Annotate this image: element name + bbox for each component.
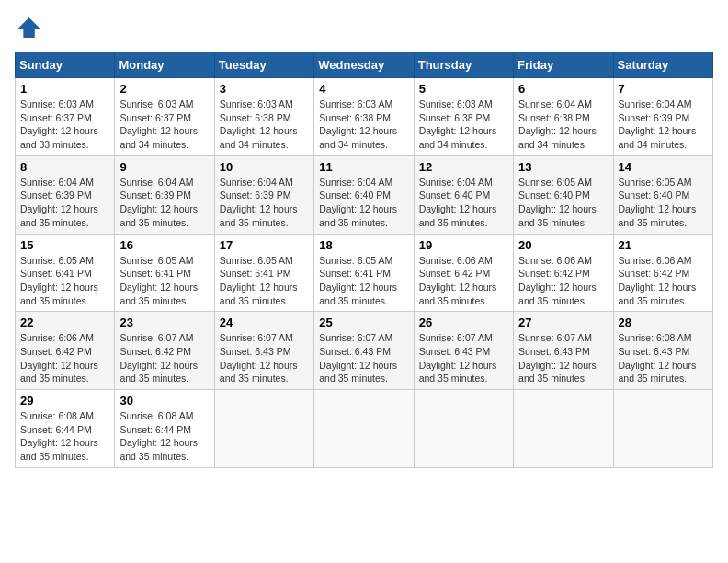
day-info: Sunrise: 6:06 AMSunset: 6:42 PMDaylight:… — [518, 254, 608, 308]
day-number: 14 — [619, 160, 708, 174]
calendar-cell: 30Sunrise: 6:08 AMSunset: 6:44 PMDayligh… — [115, 390, 214, 468]
day-info: Sunrise: 6:04 AMSunset: 6:39 PMDaylight:… — [119, 176, 209, 230]
day-info: Sunrise: 6:05 AMSunset: 6:40 PMDaylight:… — [619, 176, 708, 230]
calendar-week-row: 22Sunrise: 6:06 AMSunset: 6:42 PMDayligh… — [16, 312, 713, 390]
day-info: Sunrise: 6:07 AMSunset: 6:43 PMDaylight:… — [319, 331, 408, 385]
day-number: 3 — [220, 82, 309, 96]
calendar-cell: 13Sunrise: 6:05 AMSunset: 6:40 PMDayligh… — [514, 155, 613, 234]
calendar-cell: 7Sunrise: 6:04 AMSunset: 6:39 PMDaylight… — [613, 78, 712, 156]
day-info: Sunrise: 6:04 AMSunset: 6:38 PMDaylight:… — [518, 98, 608, 152]
day-number: 12 — [419, 160, 508, 174]
day-number: 20 — [518, 238, 608, 252]
day-info: Sunrise: 6:07 AMSunset: 6:43 PMDaylight:… — [518, 331, 608, 385]
day-number: 5 — [419, 82, 508, 96]
day-number: 6 — [518, 82, 608, 96]
day-info: Sunrise: 6:07 AMSunset: 6:43 PMDaylight:… — [220, 331, 309, 385]
day-number: 15 — [20, 238, 109, 252]
weekday-header: Wednesday — [314, 52, 414, 78]
day-info: Sunrise: 6:05 AMSunset: 6:41 PMDaylight:… — [20, 254, 109, 308]
weekday-header: Sunday — [16, 52, 115, 78]
calendar-cell — [214, 390, 313, 468]
day-info: Sunrise: 6:05 AMSunset: 6:41 PMDaylight:… — [119, 254, 209, 308]
calendar-cell — [514, 390, 613, 468]
day-info: Sunrise: 6:05 AMSunset: 6:40 PMDaylight:… — [518, 176, 608, 230]
calendar-cell: 26Sunrise: 6:07 AMSunset: 6:43 PMDayligh… — [414, 312, 513, 390]
calendar-cell: 16Sunrise: 6:05 AMSunset: 6:41 PMDayligh… — [115, 234, 214, 312]
calendar-cell — [613, 390, 712, 468]
calendar-cell: 29Sunrise: 6:08 AMSunset: 6:44 PMDayligh… — [16, 390, 115, 468]
svg-marker-0 — [17, 17, 40, 38]
day-info: Sunrise: 6:04 AMSunset: 6:39 PMDaylight:… — [20, 176, 109, 230]
day-info: Sunrise: 6:04 AMSunset: 6:39 PMDaylight:… — [619, 98, 708, 152]
day-number: 17 — [220, 238, 309, 252]
day-info: Sunrise: 6:05 AMSunset: 6:41 PMDaylight:… — [220, 254, 309, 308]
day-number: 2 — [119, 82, 209, 96]
day-info: Sunrise: 6:06 AMSunset: 6:42 PMDaylight:… — [419, 254, 508, 308]
logo-icon — [15, 15, 40, 40]
day-info: Sunrise: 6:08 AMSunset: 6:44 PMDaylight:… — [20, 409, 109, 464]
day-number: 25 — [319, 316, 408, 329]
calendar-cell: 14Sunrise: 6:05 AMSunset: 6:40 PMDayligh… — [613, 155, 712, 234]
day-info: Sunrise: 6:08 AMSunset: 6:44 PMDaylight:… — [119, 409, 209, 464]
day-number: 1 — [20, 82, 109, 96]
calendar-week-row: 15Sunrise: 6:05 AMSunset: 6:41 PMDayligh… — [16, 234, 713, 312]
calendar-cell: 27Sunrise: 6:07 AMSunset: 6:43 PMDayligh… — [514, 312, 613, 390]
day-number: 24 — [220, 316, 309, 329]
day-number: 30 — [119, 394, 209, 408]
day-number: 21 — [619, 238, 708, 252]
day-number: 23 — [119, 316, 209, 329]
calendar-cell: 22Sunrise: 6:06 AMSunset: 6:42 PMDayligh… — [16, 312, 115, 390]
day-info: Sunrise: 6:03 AMSunset: 6:38 PMDaylight:… — [319, 98, 408, 152]
calendar-cell: 21Sunrise: 6:06 AMSunset: 6:42 PMDayligh… — [613, 234, 712, 312]
day-info: Sunrise: 6:04 AMSunset: 6:40 PMDaylight:… — [419, 176, 508, 230]
calendar-cell: 1Sunrise: 6:03 AMSunset: 6:37 PMDaylight… — [16, 78, 115, 156]
day-number: 28 — [619, 316, 708, 329]
day-number: 22 — [20, 316, 109, 329]
day-info: Sunrise: 6:03 AMSunset: 6:37 PMDaylight:… — [119, 98, 209, 152]
calendar-week-row: 29Sunrise: 6:08 AMSunset: 6:44 PMDayligh… — [16, 390, 713, 468]
day-number: 10 — [220, 160, 309, 174]
day-info: Sunrise: 6:08 AMSunset: 6:43 PMDaylight:… — [619, 331, 708, 385]
calendar-cell: 2Sunrise: 6:03 AMSunset: 6:37 PMDaylight… — [115, 78, 214, 156]
day-info: Sunrise: 6:06 AMSunset: 6:42 PMDaylight:… — [20, 331, 109, 385]
day-info: Sunrise: 6:03 AMSunset: 6:37 PMDaylight:… — [20, 98, 109, 152]
day-number: 16 — [119, 238, 209, 252]
day-info: Sunrise: 6:04 AMSunset: 6:39 PMDaylight:… — [220, 176, 309, 230]
day-info: Sunrise: 6:06 AMSunset: 6:42 PMDaylight:… — [619, 254, 708, 308]
calendar-cell: 8Sunrise: 6:04 AMSunset: 6:39 PMDaylight… — [16, 155, 115, 234]
day-info: Sunrise: 6:03 AMSunset: 6:38 PMDaylight:… — [220, 98, 309, 152]
calendar-table: SundayMondayTuesdayWednesdayThursdayFrid… — [15, 52, 713, 468]
weekday-header: Saturday — [613, 52, 712, 78]
calendar-cell: 10Sunrise: 6:04 AMSunset: 6:39 PMDayligh… — [214, 155, 313, 234]
day-number: 26 — [419, 316, 508, 329]
day-number: 27 — [518, 316, 608, 329]
day-number: 9 — [119, 160, 209, 174]
day-info: Sunrise: 6:03 AMSunset: 6:38 PMDaylight:… — [419, 98, 508, 152]
calendar-week-row: 1Sunrise: 6:03 AMSunset: 6:37 PMDaylight… — [16, 78, 713, 156]
day-number: 18 — [319, 238, 408, 252]
weekday-header: Friday — [514, 52, 613, 78]
calendar-cell: 9Sunrise: 6:04 AMSunset: 6:39 PMDaylight… — [115, 155, 214, 234]
day-number: 8 — [20, 160, 109, 174]
calendar-cell: 24Sunrise: 6:07 AMSunset: 6:43 PMDayligh… — [214, 312, 313, 390]
day-number: 7 — [619, 82, 708, 96]
calendar-cell: 4Sunrise: 6:03 AMSunset: 6:38 PMDaylight… — [314, 78, 414, 156]
day-info: Sunrise: 6:04 AMSunset: 6:40 PMDaylight:… — [319, 176, 408, 230]
calendar-cell — [414, 390, 513, 468]
weekday-header: Monday — [115, 52, 214, 78]
calendar-cell: 15Sunrise: 6:05 AMSunset: 6:41 PMDayligh… — [16, 234, 115, 312]
calendar-cell: 28Sunrise: 6:08 AMSunset: 6:43 PMDayligh… — [613, 312, 712, 390]
day-number: 19 — [419, 238, 508, 252]
calendar-cell: 11Sunrise: 6:04 AMSunset: 6:40 PMDayligh… — [314, 155, 414, 234]
weekday-header: Thursday — [414, 52, 513, 78]
page-header — [15, 15, 713, 40]
calendar-cell: 18Sunrise: 6:05 AMSunset: 6:41 PMDayligh… — [314, 234, 414, 312]
calendar-cell: 25Sunrise: 6:07 AMSunset: 6:43 PMDayligh… — [314, 312, 414, 390]
calendar-week-row: 8Sunrise: 6:04 AMSunset: 6:39 PMDaylight… — [16, 155, 713, 234]
calendar-header-row: SundayMondayTuesdayWednesdayThursdayFrid… — [16, 52, 713, 78]
day-info: Sunrise: 6:07 AMSunset: 6:43 PMDaylight:… — [419, 331, 508, 385]
calendar-cell: 23Sunrise: 6:07 AMSunset: 6:42 PMDayligh… — [115, 312, 214, 390]
calendar-cell: 3Sunrise: 6:03 AMSunset: 6:38 PMDaylight… — [214, 78, 313, 156]
day-number: 4 — [319, 82, 408, 96]
weekday-header: Tuesday — [214, 52, 313, 78]
